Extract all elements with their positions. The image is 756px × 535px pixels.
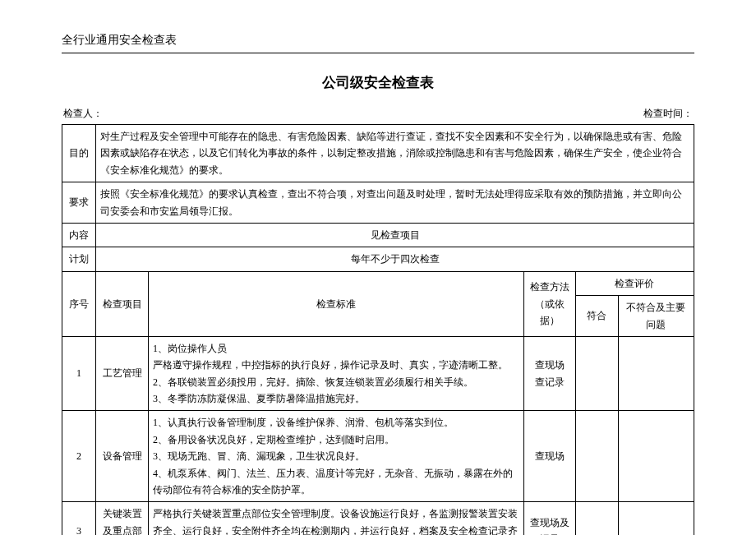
col-eval: 检查评价 xyxy=(575,271,694,295)
row-seq: 2 xyxy=(62,411,96,502)
row-method: 查现场 xyxy=(523,411,575,502)
plan-label: 计划 xyxy=(62,247,96,271)
plan-text: 每年不少于四次检查 xyxy=(96,247,694,271)
meta-row: 检查人： 检查时间： xyxy=(62,107,694,121)
col-std: 检查标准 xyxy=(149,271,524,336)
content-label: 内容 xyxy=(62,223,96,247)
row-seq: 1 xyxy=(62,336,96,411)
row-std: 严格执行关键装置重点部位安全管理制度。设备设施运行良好，各监测报警装置安装齐全、… xyxy=(149,502,524,535)
row-std: 1、岗位操作人员严格遵守操作规程，中控指标的执行良好，操作记录及时、真实，字迹清… xyxy=(149,336,524,411)
row-ok xyxy=(575,336,618,411)
row-ng xyxy=(618,502,694,535)
purpose-text: 对生产过程及安全管理中可能存在的隐患、有害危险因素、缺陷等进行查证，查找不安全因… xyxy=(96,125,694,182)
column-header-row-1: 序号 检查项目 检查标准 检查方法（或依据） 检查评价 xyxy=(62,271,694,295)
row-item: 关键装置及重点部位 xyxy=(96,502,149,535)
purpose-label: 目的 xyxy=(62,125,96,182)
table-row: 1 工艺管理 1、岗位操作人员严格遵守操作规程，中控指标的执行良好，操作记录及时… xyxy=(62,336,694,411)
col-eval-ok: 符合 xyxy=(575,296,618,337)
content-text: 见检查项目 xyxy=(96,223,694,247)
row-std: 1、认真执行设备管理制度，设备维护保养、润滑、包机等落实到位。2、备用设备状况良… xyxy=(149,411,524,502)
row-item: 设备管理 xyxy=(96,411,149,502)
purpose-row: 目的 对生产过程及安全管理中可能存在的隐患、有害危险因素、缺陷等进行查证，查找不… xyxy=(62,125,694,182)
row-ok xyxy=(575,411,618,502)
requirement-row: 要求 按照《安全标准化规范》的要求认真检查，查出不符合项，对查出问题及时处理，暂… xyxy=(62,182,694,224)
safety-check-table: 目的 对生产过程及安全管理中可能存在的隐患、有害危险因素、缺陷等进行查证，查找不… xyxy=(62,124,694,535)
date-label: 检查时间： xyxy=(643,107,693,121)
col-eval-ng: 不符合及主要问题 xyxy=(618,296,694,337)
row-method: 查现场查记录 xyxy=(523,336,575,411)
table-row: 2 设备管理 1、认真执行设备管理制度，设备维护保养、润滑、包机等落实到位。2、… xyxy=(62,411,694,502)
requirement-label: 要求 xyxy=(62,182,96,224)
row-seq: 3 xyxy=(62,502,96,535)
row-ng xyxy=(618,336,694,411)
content-row: 内容 见检查项目 xyxy=(62,223,694,247)
row-item: 工艺管理 xyxy=(96,336,149,411)
col-method: 检查方法（或依据） xyxy=(523,271,575,336)
row-method: 查现场及记录 xyxy=(523,502,575,535)
document-header: 全行业通用安全检查表 xyxy=(62,33,694,53)
plan-row: 计划 每年不少于四次检查 xyxy=(62,247,694,271)
col-seq: 序号 xyxy=(62,271,96,336)
checker-label: 检查人： xyxy=(63,107,103,121)
row-ng xyxy=(618,411,694,502)
row-ok xyxy=(575,502,618,535)
page-title: 公司级安全检查表 xyxy=(62,73,694,92)
col-item: 检查项目 xyxy=(96,271,149,336)
table-row: 3 关键装置及重点部位 严格执行关键装置重点部位安全管理制度。设备设施运行良好，… xyxy=(62,502,694,535)
requirement-text: 按照《安全标准化规范》的要求认真检查，查出不符合项，对查出问题及时处理，暂时无法… xyxy=(96,182,694,224)
